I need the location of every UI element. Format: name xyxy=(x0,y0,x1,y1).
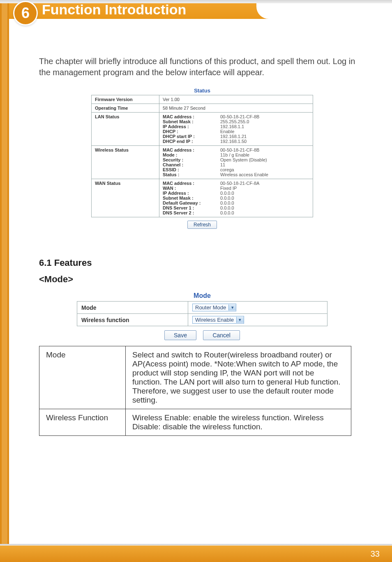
status-screenshot: Status Firmware Version Ver 1.00 Operati… xyxy=(91,86,313,229)
explanation-table: Mode Select and switch to Router(wireles… xyxy=(39,346,351,436)
wireless-function-select[interactable]: Wireless Enable ▾ xyxy=(192,316,244,324)
section-heading: 6.1 Features xyxy=(39,258,365,268)
explain-mode-label: Mode xyxy=(39,346,126,409)
wireless-function-label: Wireless function xyxy=(77,314,188,326)
chapter-number-badge: 6 xyxy=(13,1,38,25)
mode-select[interactable]: Router Mode ▾ xyxy=(192,304,236,311)
subsection-label: <Mode> xyxy=(39,274,365,285)
chevron-down-icon: ▾ xyxy=(236,317,244,323)
mode-screenshot: Mode Mode Router Mode ▾ Wireless functio… xyxy=(77,292,327,340)
operating-time-value: 58 Minute 27 Second xyxy=(159,104,313,113)
explain-wireless-label: Wireless Function xyxy=(39,409,126,436)
page-number: 33 xyxy=(371,549,380,559)
wan-status-label: WAN Status xyxy=(92,179,159,217)
mode-row-label: Mode xyxy=(77,302,188,314)
page-header: 6 Function Introduction WLBARGO Manual xyxy=(0,0,392,19)
status-heading: Status xyxy=(91,86,313,95)
lan-status-label: LAN Status xyxy=(92,113,159,146)
cancel-button[interactable]: Cancel xyxy=(203,330,240,340)
mode-heading: Mode xyxy=(77,292,327,301)
explain-mode-desc: Select and switch to Router(wireless bro… xyxy=(126,346,351,409)
firmware-version-label: Firmware Version xyxy=(92,95,159,104)
operating-time-label: Operating Time xyxy=(92,104,159,113)
chapter-number: 6 xyxy=(21,5,30,22)
intro-paragraph: The chapter will briefly introduce all f… xyxy=(39,56,365,78)
chevron-down-icon: ▾ xyxy=(228,304,236,311)
explain-wireless-desc: Wireless Enable: enable the wireless fun… xyxy=(126,409,351,436)
wireless-status-label: Wireless Status xyxy=(92,146,159,179)
firmware-version-value: Ver 1.00 xyxy=(159,95,313,104)
save-button[interactable]: Save xyxy=(164,330,196,340)
status-table: Firmware Version Ver 1.00 Operating Time… xyxy=(91,95,313,217)
refresh-button[interactable]: Refresh xyxy=(187,221,217,229)
